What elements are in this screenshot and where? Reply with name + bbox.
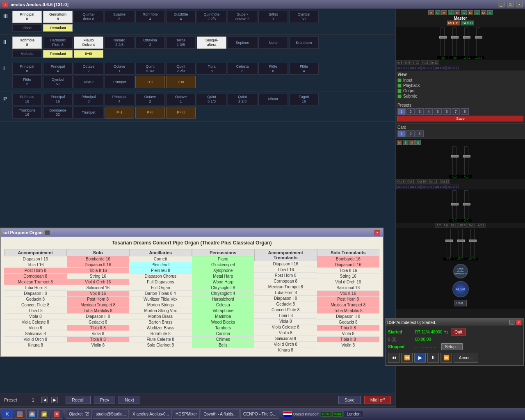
ch1-S-btn[interactable]: S bbox=[448, 10, 454, 15]
stop-quintflote[interactable]: Quintflöte2 2/3 bbox=[197, 11, 226, 23]
acc-tibia-I-16[interactable]: Tibia I 16 bbox=[4, 262, 67, 268]
transport-play-btn[interactable]: ▶ bbox=[414, 353, 426, 363]
mute-button[interactable]: MUTE bbox=[447, 21, 460, 25]
card-1[interactable]: 1 bbox=[397, 130, 406, 137]
transport-next-btn[interactable]: ⏩ bbox=[441, 353, 452, 363]
acc-tibia-I-8[interactable]: Tibia I 8 bbox=[4, 308, 67, 314]
stop-octave-1-P[interactable]: Octave1 bbox=[166, 93, 196, 105]
stop-septime[interactable]: Septime bbox=[228, 37, 257, 49]
taskbar-hdsp[interactable]: HDSPMixer bbox=[173, 410, 200, 419]
fader-thumb-10[interactable] bbox=[457, 240, 465, 242]
fader-thumb-3[interactable] bbox=[463, 36, 470, 39]
fader-thumb-9[interactable] bbox=[445, 240, 453, 242]
solo-post-horn-8[interactable]: Post Horn 8 bbox=[67, 297, 130, 302]
perc-xylophone[interactable]: Xylophone bbox=[192, 268, 255, 274]
acc-gedackt-8[interactable]: Gedackt 8 bbox=[4, 297, 67, 302]
acct-kinura-8[interactable]: Kinura 8 bbox=[254, 347, 317, 353]
stop-mixtur-P[interactable]: Mixtur bbox=[258, 93, 288, 105]
acc-mexican-trumpet-8[interactable]: Mexican Trumpet 8 bbox=[4, 279, 67, 285]
perc-glockenspiel[interactable]: Glockenspiel bbox=[192, 262, 255, 268]
alsa-logo[interactable]: ALSA bbox=[452, 281, 469, 297]
stop-P-I[interactable]: P+I bbox=[105, 107, 134, 119]
stop-P-III[interactable]: P+III bbox=[166, 107, 196, 119]
stop-I-III[interactable]: I+III bbox=[166, 76, 196, 88]
fader-7[interactable] bbox=[452, 190, 457, 219]
acc-salicional-8[interactable]: Salicional 8 bbox=[4, 331, 67, 337]
fader-thumb-8[interactable] bbox=[463, 203, 470, 205]
fader-2[interactable] bbox=[452, 27, 457, 56]
linux-badge[interactable]: LinuxAudioDevelopers bbox=[453, 264, 468, 278]
fader-10[interactable] bbox=[459, 229, 463, 258]
taskbar-qsynth[interactable]: Qsynth - A fluids... bbox=[201, 410, 240, 419]
acct-post-horn-8[interactable]: Post Horn 8 bbox=[254, 273, 317, 278]
fader-thumb-4[interactable] bbox=[475, 36, 482, 39]
anc-full-diapasons[interactable]: Full Diapasons bbox=[129, 279, 192, 285]
solt-tibia-II-8a[interactable]: Tibia II 8 bbox=[317, 325, 380, 331]
solo-tibia-II-16[interactable]: Tibia II 16 bbox=[67, 268, 130, 274]
acc-post-horn-8[interactable]: Post Horn 8 bbox=[4, 268, 67, 274]
solt-tuba-mirabilis-8[interactable]: Tuba Mirabilis 8 bbox=[317, 308, 380, 314]
stop-oboe[interactable]: Oboe bbox=[12, 24, 42, 32]
solt-mexican-trumpet-8[interactable]: Mexican Trumpet 8 bbox=[317, 302, 380, 308]
perc-wood-blocks[interactable]: Wood Blocks bbox=[192, 320, 255, 325]
ch2-S-btn[interactable]: S bbox=[461, 10, 467, 15]
ch3-M-btn[interactable]: M bbox=[468, 10, 473, 15]
stop-none[interactable]: None bbox=[258, 37, 288, 49]
fader-9[interactable] bbox=[447, 229, 451, 258]
recall-button[interactable]: Recall bbox=[66, 396, 91, 404]
fader-thumb-1[interactable] bbox=[439, 36, 447, 39]
stop-sesquialtera[interactable]: Sesqui-altera bbox=[197, 37, 226, 49]
fader-thumb-7[interactable] bbox=[451, 203, 459, 205]
acct-viola-celeste-8[interactable]: Viola Celeste 8 bbox=[254, 324, 317, 330]
acc-viol-d-orch-8[interactable]: Viol d Orch 8 bbox=[4, 337, 67, 342]
stop-dulzflote-4[interactable]: Dulzflöte4 bbox=[166, 11, 196, 23]
anc-barton-tibias-84[interactable]: Barton Tibias 8 4 bbox=[129, 291, 192, 297]
stop-ottavina-2[interactable]: Ottavina2 bbox=[135, 37, 165, 49]
preset-4[interactable]: 4 bbox=[425, 108, 433, 115]
ch2-M-btn[interactable]: M bbox=[454, 10, 460, 15]
stop-nasard[interactable]: Nasard2 2/3 bbox=[105, 37, 134, 49]
fader-thumb-2[interactable] bbox=[451, 36, 459, 39]
taskbar-kde-btn[interactable]: K bbox=[2, 410, 13, 419]
fader-3[interactable] bbox=[464, 27, 468, 56]
stop-tremulant-II[interactable]: Tremulant bbox=[43, 50, 73, 58]
acc-tuba-horn-8[interactable]: Tuba Horn 8 bbox=[4, 285, 67, 291]
stop-principal-4-I[interactable]: Principal4 bbox=[43, 63, 73, 75]
solo-salicional-16[interactable]: Salicional 16 bbox=[67, 285, 130, 291]
stop-octave-2-P[interactable]: Octave2 bbox=[135, 93, 165, 105]
solt-viola-8[interactable]: Viola 8 bbox=[317, 331, 380, 337]
anc-cornett[interactable]: Cornett bbox=[129, 256, 192, 262]
anc-flute-celeste-8[interactable]: Flute Celeste 8 bbox=[129, 337, 192, 342]
stop-krumhorn[interactable]: Krumhorn bbox=[289, 37, 319, 49]
preset-next-arrow[interactable]: ▶ bbox=[51, 397, 58, 403]
taskbar-files-btn[interactable]: 📁 bbox=[39, 410, 50, 419]
fader-8[interactable] bbox=[464, 190, 468, 219]
perc-marimba[interactable]: Marimba bbox=[192, 314, 255, 320]
ch4-M-btn[interactable]: M bbox=[481, 10, 486, 15]
preset-8[interactable]: 8 bbox=[461, 108, 469, 115]
taskbar-home-btn[interactable]: 🏠 bbox=[26, 410, 38, 419]
solo-gedackt-8[interactable]: Gedackt 8 bbox=[67, 320, 130, 325]
stop-mixtur-I[interactable]: Mixtur bbox=[74, 76, 103, 88]
fader-5[interactable] bbox=[452, 146, 457, 175]
stop-principal-8-P[interactable]: Principal8 bbox=[74, 93, 103, 105]
acc-diapason-I-16[interactable]: Diapason I 16 bbox=[4, 256, 67, 262]
next-button[interactable]: Next bbox=[119, 396, 140, 404]
stop-quint-223-I[interactable]: Quint2 2/3 bbox=[166, 63, 196, 75]
perc-carillon[interactable]: Carillon bbox=[192, 331, 255, 337]
solt-salicional-16[interactable]: Salicional 16 bbox=[317, 285, 380, 291]
perc-chrysoglott-4[interactable]: Chrysoglott 4 bbox=[192, 291, 255, 297]
taskbar-aeolus[interactable]: X aeolus Aeolus-0... bbox=[130, 410, 172, 419]
solo-diapason-II-16[interactable]: Diapason II 16 bbox=[67, 262, 130, 268]
solo-viol-d-orch-16[interactable]: Viol d Orch 16 bbox=[67, 279, 130, 285]
anc-morton-string-vox[interactable]: Morton String Vox bbox=[129, 308, 192, 314]
acc-diapason-I-8[interactable]: Diapason I 8 bbox=[4, 291, 67, 297]
stop-quint-223-P[interactable]: Quint2 2/3 bbox=[228, 93, 257, 105]
fader-1[interactable] bbox=[441, 27, 445, 56]
fader-4[interactable] bbox=[476, 27, 480, 56]
acct-violin-8[interactable]: Violin 8 bbox=[254, 330, 317, 336]
close-button[interactable]: × bbox=[516, 2, 523, 7]
stop-tremulant-III[interactable]: Tremulant bbox=[43, 24, 73, 32]
stop-principal-8-III[interactable]: Principal8 bbox=[12, 11, 42, 23]
dsp-quit-btn[interactable]: Quit bbox=[451, 329, 466, 336]
